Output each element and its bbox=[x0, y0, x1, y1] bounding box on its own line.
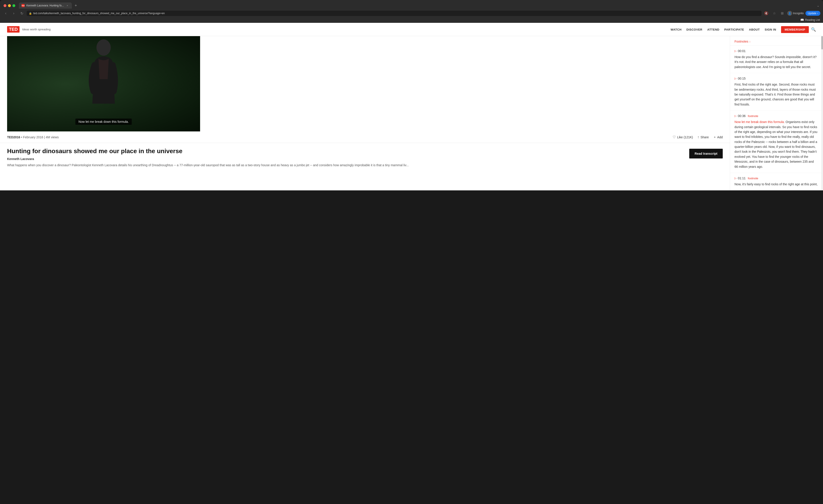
transcript-entry: ▷ 00:01 How do you find a dinosaur? Soun… bbox=[730, 46, 823, 73]
video-frame[interactable]: Now let me break down this formula. bbox=[7, 36, 200, 132]
svg-point-0 bbox=[97, 39, 111, 56]
address-bar-row: ‹ › ↻ 🔒 ted.com/talks/kenneth_lacovara_h… bbox=[0, 9, 823, 18]
back-button[interactable]: ‹ bbox=[3, 10, 9, 16]
forward-button[interactable]: › bbox=[11, 10, 17, 16]
talk-date: February 2016 bbox=[23, 136, 43, 139]
transcript-entry: ▷ 00:36 footnote Now let me break down t… bbox=[730, 110, 823, 173]
ted-logo[interactable]: TED bbox=[7, 26, 19, 33]
transcript-timestamp: ▷ 00:36 footnote bbox=[734, 114, 818, 118]
like-icon: ♡ bbox=[673, 135, 676, 139]
share-icon: ↑ bbox=[697, 135, 699, 139]
read-transcript-button[interactable]: Read transcript bbox=[689, 149, 723, 159]
transcript-text: How do you find a dinosaur? Sounds impos… bbox=[734, 54, 818, 69]
video-meta-info: TED2016 • February 2016 | 4M views bbox=[7, 136, 673, 139]
maximize-window-button[interactable] bbox=[12, 4, 15, 7]
tab-title: Kenneth Lacovara: Hunting fo... bbox=[26, 4, 64, 7]
tab-favicon: TED bbox=[21, 4, 25, 7]
traffic-lights bbox=[4, 4, 15, 7]
nav-links: WATCH DISCOVER ATTEND PARTICIPATE ABOUT … bbox=[671, 27, 809, 31]
transcript-scrollbar[interactable] bbox=[821, 36, 823, 190]
talk-speaker[interactable]: Kenneth Lacovara bbox=[7, 157, 685, 161]
scrollbar-thumb[interactable] bbox=[821, 36, 823, 49]
audio-mute-icon[interactable]: 🔇 bbox=[763, 10, 770, 16]
transcript-panel: Footnotes ↓ ▷ 00:01 How do you find a di… bbox=[730, 36, 823, 190]
play-icon[interactable]: ▷ bbox=[734, 177, 736, 180]
timestamp-value[interactable]: 00:15 bbox=[738, 77, 746, 80]
video-actions: ♡ Like (121K) ↑ Share ＋ Add bbox=[673, 135, 723, 139]
reading-list-label[interactable]: Reading List bbox=[805, 18, 820, 21]
update-button[interactable]: Update › bbox=[806, 11, 820, 16]
search-icon[interactable]: 🔍 bbox=[811, 27, 816, 32]
nav-watch[interactable]: WATCH bbox=[671, 28, 681, 31]
play-icon[interactable]: ▷ bbox=[734, 77, 736, 80]
video-subtitle: Now let me break down this formula. bbox=[75, 118, 132, 125]
footnote-link[interactable]: footnote bbox=[748, 114, 758, 118]
footnotes-arrow: ↓ bbox=[749, 40, 751, 43]
incognito-label: Incognito bbox=[793, 12, 804, 15]
video-meta: TED2016 • February 2016 | 4M views ♡ Lik… bbox=[0, 132, 730, 143]
speaker-figure bbox=[81, 38, 126, 116]
play-icon[interactable]: ▷ bbox=[734, 114, 736, 117]
talk-info: Hunting for dinosaurs showed me our plac… bbox=[0, 143, 730, 168]
transcript-timestamp: ▷ 01:11 footnote bbox=[734, 177, 818, 180]
talk-year: TED2016 bbox=[7, 136, 20, 139]
tab-close-button[interactable]: × bbox=[66, 4, 69, 7]
new-tab-button[interactable]: + bbox=[73, 3, 78, 8]
talk-views: 4M views bbox=[46, 136, 58, 139]
reading-list-bar: 📖 Reading List bbox=[0, 18, 823, 23]
content-left: Now let me break down this formula. TED2… bbox=[0, 36, 730, 190]
timestamp-value[interactable]: 00:01 bbox=[738, 49, 746, 53]
nav-signin[interactable]: SIGN IN bbox=[765, 28, 776, 31]
play-icon[interactable]: ▷ bbox=[734, 49, 736, 52]
nav-attend[interactable]: ATTEND bbox=[707, 28, 719, 31]
transcript-entry: ▷ 01:11 footnote Now, it's fairly easy t… bbox=[730, 173, 823, 190]
timestamp-value[interactable]: 00:36 bbox=[738, 114, 746, 118]
add-button[interactable]: ＋ Add bbox=[713, 135, 723, 139]
main-layout: Now let me break down this formula. TED2… bbox=[0, 36, 823, 190]
lock-icon: 🔒 bbox=[29, 12, 32, 15]
reading-list-icon: 📖 bbox=[800, 18, 804, 21]
transcript-text: Now let me break down this formula. Orga… bbox=[734, 119, 818, 169]
browser-tab[interactable]: TED Kenneth Lacovara: Hunting fo... × bbox=[19, 2, 72, 9]
address-bar[interactable]: 🔒 ted.com/talks/kenneth_lacovara_hunting… bbox=[27, 11, 762, 16]
transcript-timestamp: ▷ 00:01 bbox=[734, 49, 818, 53]
video-container: Now let me break down this formula. bbox=[7, 36, 200, 132]
transcript-text: First, find rocks of the right age. Seco… bbox=[734, 82, 818, 107]
talk-title-section: Hunting for dinosaurs showed me our plac… bbox=[7, 148, 685, 168]
window-collapse-button[interactable]: ⌄ bbox=[817, 4, 819, 7]
transcript-timestamp: ▷ 00:15 bbox=[734, 77, 818, 80]
timestamp-value[interactable]: 01:11 bbox=[738, 177, 746, 180]
talk-title: Hunting for dinosaurs showed me our plac… bbox=[7, 148, 685, 155]
meta-separator: • bbox=[21, 136, 23, 139]
transcript-entry: ▷ 00:15 First, find rocks of the right a… bbox=[730, 73, 823, 110]
footnotes-link[interactable]: Footnotes bbox=[734, 40, 748, 43]
url-text: ted.com/talks/kenneth_lacovara_hunting_f… bbox=[33, 12, 165, 15]
add-icon: ＋ bbox=[713, 135, 716, 139]
membership-button[interactable]: MEMBERSHIP bbox=[781, 26, 809, 33]
minimize-window-button[interactable] bbox=[8, 4, 11, 7]
nav-discover[interactable]: DISCOVER bbox=[686, 28, 702, 31]
transcript-highlight: Now let me break down this formula. bbox=[734, 120, 785, 124]
transcript-header: Footnotes ↓ bbox=[730, 36, 823, 46]
incognito-badge: 👤 Incognito bbox=[787, 11, 804, 16]
toolbar-right: 🔇 ☆ ⊞ 👤 Incognito Update › bbox=[763, 10, 820, 16]
bookmark-icon[interactable]: ☆ bbox=[771, 10, 778, 16]
nav-participate[interactable]: PARTICIPATE bbox=[724, 28, 744, 31]
talk-description: What happens when you discover a dinosau… bbox=[7, 163, 685, 168]
refresh-button[interactable]: ↻ bbox=[19, 10, 25, 16]
share-button[interactable]: ↑ Share bbox=[697, 135, 709, 139]
tab-bar: TED Kenneth Lacovara: Hunting fo... × + bbox=[19, 2, 817, 9]
browser-chrome: TED Kenneth Lacovara: Hunting fo... × + … bbox=[0, 0, 823, 23]
ted-tagline: Ideas worth spreading bbox=[22, 28, 50, 31]
nav-about[interactable]: ABOUT bbox=[749, 28, 760, 31]
transcript-text: Now, it's fairly easy to find rocks of t… bbox=[734, 182, 818, 187]
incognito-avatar: 👤 bbox=[787, 11, 792, 16]
extensions-icon[interactable]: ⊞ bbox=[779, 10, 786, 16]
ted-navigation: TED Ideas worth spreading WATCH DISCOVER… bbox=[0, 23, 823, 36]
footnote-link[interactable]: footnote bbox=[748, 177, 758, 180]
close-window-button[interactable] bbox=[4, 4, 6, 7]
like-button[interactable]: ♡ Like (121K) bbox=[673, 135, 693, 139]
browser-titlebar: TED Kenneth Lacovara: Hunting fo... × + … bbox=[0, 0, 823, 9]
page-content: TED Ideas worth spreading WATCH DISCOVER… bbox=[0, 23, 823, 190]
